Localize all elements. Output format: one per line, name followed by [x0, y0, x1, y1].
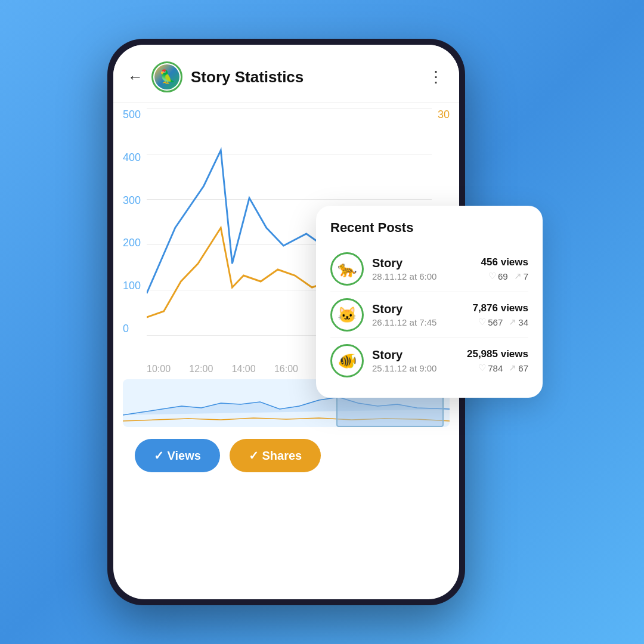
y-label-100: 100 [123, 280, 141, 292]
more-menu-button[interactable]: ⋮ [428, 68, 445, 86]
story-name-1: Story [372, 256, 473, 270]
story-views-3: 25,985 views [467, 348, 528, 360]
story-avatar-2: 🐱 [330, 298, 364, 332]
views-button[interactable]: ✓ Views [135, 439, 220, 472]
app-header: ← 🦜 Story Statistics ⋮ [113, 45, 459, 103]
story-name-3: Story [372, 348, 459, 362]
y-label-400: 400 [123, 151, 141, 164]
filter-buttons: ✓ Views ✓ Shares [123, 434, 450, 487]
y-axis-left: 500 400 300 200 100 0 [123, 109, 141, 335]
y-label-500: 500 [123, 109, 141, 121]
recent-posts-card: Recent Posts 🐆 Story 28.11.12 at 6:00 45… [316, 206, 543, 398]
story-item-3[interactable]: 🐠 Story 25.11.12 at 9:00 25,985 views ♡ … [330, 338, 528, 383]
story-avatar-3: 🐠 [330, 344, 364, 377]
story-date-1: 28.11.12 at 6:00 [372, 271, 473, 281]
x-label-1200: 12:00 [189, 364, 213, 374]
avatar-image: 🦜 [154, 64, 179, 89]
story-info-2: Story 26.11.12 at 7:45 [372, 302, 464, 327]
story-shares-3: ↗ 67 [509, 363, 528, 373]
shares-button[interactable]: ✓ Shares [230, 439, 321, 472]
y-label-300: 300 [123, 194, 141, 207]
story-avatar-1: 🐆 [330, 252, 364, 286]
story-interactions-1: ♡ 69 ↗ 7 [481, 271, 528, 281]
story-avatar-image-3: 🐠 [332, 346, 362, 376]
story-views-2: 7,876 views [472, 302, 528, 314]
recent-posts-title: Recent Posts [330, 220, 528, 236]
story-date-2: 26.11.12 at 7:45 [372, 317, 464, 327]
story-item-2[interactable]: 🐱 Story 26.11.12 at 7:45 7,876 views ♡ 5… [330, 292, 528, 338]
x-label-1000: 10:00 [147, 364, 171, 374]
story-item-1[interactable]: 🐆 Story 28.11.12 at 6:00 456 views ♡ 69 … [330, 246, 528, 292]
story-avatar-image-2: 🐱 [332, 300, 362, 330]
share-icon-2: ↗ [509, 317, 516, 327]
story-likes-3: ♡ 784 [478, 363, 503, 373]
story-stats-3: 25,985 views ♡ 784 ↗ 67 [467, 348, 528, 373]
story-info-3: Story 25.11.12 at 9:00 [372, 348, 459, 373]
y-label-right-30: 30 [438, 109, 450, 121]
story-shares-1: ↗ 7 [514, 271, 528, 281]
heart-icon-1: ♡ [488, 271, 496, 281]
story-interactions-3: ♡ 784 ↗ 67 [467, 363, 528, 373]
story-name-2: Story [372, 302, 464, 316]
story-likes-1: ♡ 69 [488, 271, 508, 281]
story-likes-2: ♡ 567 [478, 317, 503, 327]
avatar: 🦜 [151, 61, 182, 92]
story-interactions-2: ♡ 567 ↗ 34 [472, 317, 528, 327]
share-icon-1: ↗ [514, 271, 522, 281]
story-shares-2: ↗ 34 [509, 317, 528, 327]
phone-wrapper: ← 🦜 Story Statistics ⋮ [107, 39, 537, 605]
story-views-1: 456 views [481, 256, 528, 268]
page-title: Story Statistics [191, 68, 420, 86]
story-avatar-image-1: 🐆 [332, 254, 362, 284]
story-stats-1: 456 views ♡ 69 ↗ 7 [481, 256, 528, 281]
back-button[interactable]: ← [128, 68, 143, 86]
share-icon-3: ↗ [509, 363, 516, 373]
heart-icon-2: ♡ [478, 317, 486, 327]
heart-icon-3: ♡ [478, 363, 486, 373]
story-stats-2: 7,876 views ♡ 567 ↗ 34 [472, 302, 528, 327]
x-label-1600: 16:00 [274, 364, 298, 374]
y-label-0: 0 [123, 323, 141, 335]
story-info-1: Story 28.11.12 at 6:00 [372, 256, 473, 281]
story-date-3: 25.11.12 at 9:00 [372, 363, 459, 373]
x-label-1400: 14:00 [232, 364, 256, 374]
y-label-200: 200 [123, 237, 141, 249]
